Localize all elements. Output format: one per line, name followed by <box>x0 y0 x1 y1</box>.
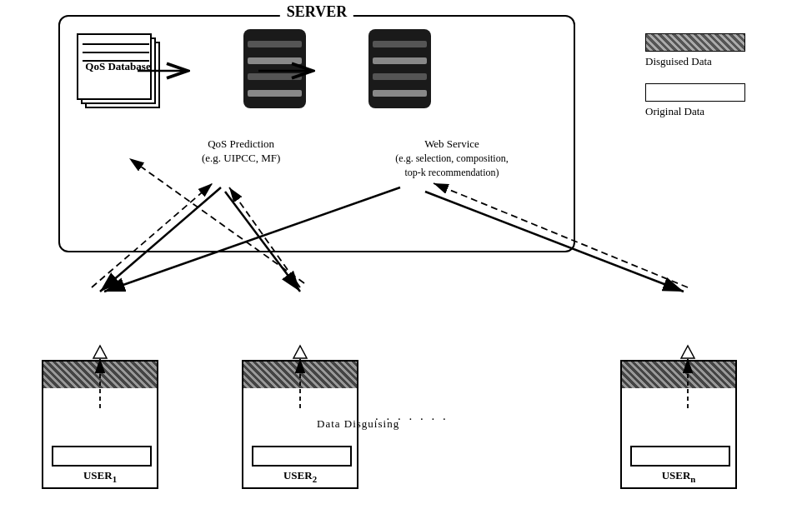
svg-marker-15 <box>93 346 107 358</box>
stripe <box>373 57 427 64</box>
user-2-label: USER2 <box>283 469 317 484</box>
user-1-label: USER1 <box>83 469 117 484</box>
legend: Disguised Data Original Data <box>645 33 787 133</box>
qos-prediction-label: QoS Prediction (e.g. UIPCC, MF) <box>202 137 280 166</box>
web-service-text: Web Service <box>424 137 479 150</box>
user-box-1: USER1 <box>42 360 158 489</box>
qos-db-label: QoS Database <box>83 60 153 73</box>
stripe <box>248 90 302 97</box>
doc-page-front: QoS Database <box>77 33 152 100</box>
stripe <box>373 90 427 97</box>
legend-disguised-box <box>645 33 745 52</box>
user-1-subscript: 1 <box>113 474 117 484</box>
web-service-label: Web Service (e.g. selection, composition… <box>368 137 535 180</box>
server-cylinder-2 <box>368 29 431 108</box>
user-n-original-bar <box>630 446 730 467</box>
stripe <box>248 57 302 64</box>
qos-prediction-sub: (e.g. UIPCC, MF) <box>202 152 280 164</box>
user-1-original-bar <box>52 446 152 467</box>
stripe <box>373 73 427 80</box>
legend-original-label: Original Data <box>645 105 787 118</box>
user-2-original-bar <box>252 446 352 467</box>
user-n-subscript: n <box>690 474 695 484</box>
main-diagram: SERVER QoS Database <box>8 8 804 506</box>
doc-line <box>83 52 149 53</box>
user-2-subscript: 2 <box>313 474 317 484</box>
stripe <box>248 73 302 80</box>
user-box-n: USERn <box>620 360 737 489</box>
user-n-label: USERn <box>662 469 696 484</box>
qos-database: QoS Database <box>77 33 185 125</box>
server-label: SERVER <box>280 3 353 21</box>
svg-marker-19 <box>681 346 694 358</box>
legend-original-box <box>645 83 745 102</box>
web-service-sub: (e.g. selection, composition,top-k recom… <box>395 152 508 178</box>
legend-original: Original Data <box>645 83 787 118</box>
user-2-disguised-bar <box>243 362 357 388</box>
legend-disguised: Disguised Data <box>645 33 787 68</box>
user-1-disguised-bar <box>43 362 157 388</box>
doc-line <box>83 43 149 45</box>
server-box: SERVER QoS Database <box>58 15 575 252</box>
stripe <box>248 41 302 47</box>
data-disguising-label: Data Disguising <box>317 417 399 431</box>
server-cylinder-1 <box>243 29 306 108</box>
legend-disguised-label: Disguised Data <box>645 55 787 68</box>
user-n-disguised-bar <box>622 362 735 388</box>
svg-marker-17 <box>293 346 307 358</box>
stripe <box>373 41 427 47</box>
doc-stack: QoS Database <box>77 33 177 117</box>
qos-prediction-text: QoS Prediction <box>208 137 274 150</box>
